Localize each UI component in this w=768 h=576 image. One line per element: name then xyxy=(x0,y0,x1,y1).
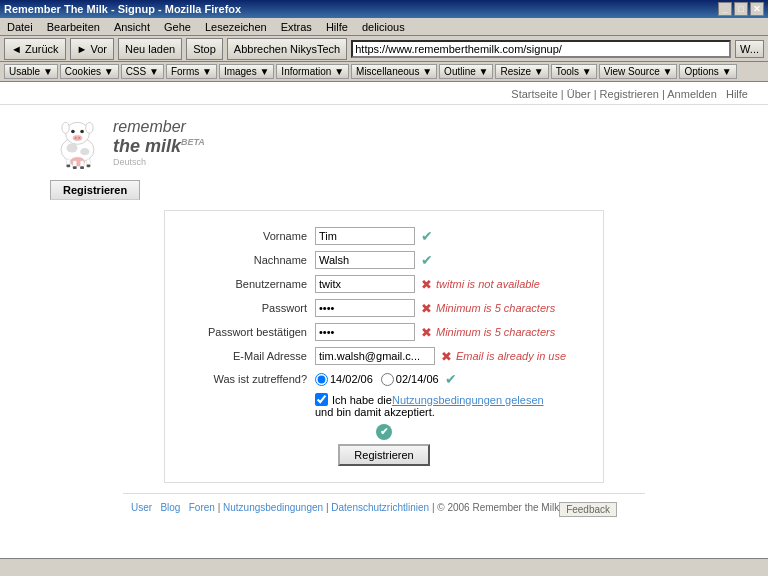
email-input[interactable] xyxy=(315,347,435,365)
window-title: Remember The Milk - Signup - Mozilla Fir… xyxy=(4,3,718,15)
passwort-confirm-status: ✖ Minimum is 5 characters xyxy=(421,325,555,340)
svg-point-10 xyxy=(80,148,89,155)
passwort-confirm-error-icon: ✖ xyxy=(421,325,432,340)
menu-delicious[interactable]: delicious xyxy=(359,20,408,34)
vorname-status: ✔ xyxy=(421,228,433,244)
footer-datenschutz[interactable]: Datenschutzrichtlinien xyxy=(331,502,429,513)
toolbar-resize[interactable]: Resize ▼ xyxy=(495,64,548,79)
main-content: remember the milkBETA Deutsch Registrier… xyxy=(0,105,768,535)
email-error-icon: ✖ xyxy=(441,349,452,364)
passwort-input[interactable] xyxy=(315,299,415,317)
date-format-label: Was ist zutreffend? xyxy=(185,373,315,385)
go-button[interactable]: W... xyxy=(735,40,764,58)
menu-bearbeiten[interactable]: Bearbeiten xyxy=(44,20,103,34)
svg-point-9 xyxy=(67,143,78,152)
footer-user[interactable]: User xyxy=(131,502,152,513)
back-button[interactable]: ◄ Zurück xyxy=(4,38,66,60)
terms-row: Ich habe die Nutzungsbedingungen gelesen… xyxy=(315,393,583,418)
bottom-valid-indicator: ✔ xyxy=(185,424,583,440)
submit-button[interactable]: Registrieren xyxy=(338,444,429,466)
logo-language: Deutsch xyxy=(113,157,205,167)
minimize-button[interactable]: _ xyxy=(718,2,732,16)
maximize-button[interactable]: □ xyxy=(734,2,748,16)
date-format-option1[interactable]: 14/02/06 xyxy=(315,373,373,386)
menu-ansicht[interactable]: Ansicht xyxy=(111,20,153,34)
menu-extras[interactable]: Extras xyxy=(278,20,315,34)
reload-button[interactable]: Neu laden xyxy=(118,38,182,60)
nav-hilfe[interactable]: Hilfe xyxy=(726,88,748,100)
toolbar-options[interactable]: Options ▼ xyxy=(679,64,736,79)
email-row: E-Mail Adresse ✖ Email is already in use xyxy=(185,347,583,365)
footer-copyright: © 2006 Remember the Milk xyxy=(437,502,559,513)
passwort-label: Passwort xyxy=(185,302,315,314)
toolbar-outline[interactable]: Outline ▼ xyxy=(439,64,493,79)
toolbar-css[interactable]: CSS ▼ xyxy=(121,64,164,79)
title-bar: Remember The Milk - Signup - Mozilla Fir… xyxy=(0,0,768,18)
registrieren-tab[interactable]: Registrieren xyxy=(50,180,140,200)
toolbar-viewsource[interactable]: View Source ▼ xyxy=(599,64,678,79)
toolbar-misc[interactable]: Miscellaneous ▼ xyxy=(351,64,437,79)
feedback-button[interactable]: Feedback xyxy=(559,502,617,517)
nav-startseite[interactable]: Startseite xyxy=(511,88,557,100)
passwort-confirm-label: Passwort bestätigen xyxy=(185,326,315,338)
window-controls[interactable]: _ □ ✕ xyxy=(718,2,764,16)
svg-rect-19 xyxy=(87,165,91,168)
svg-point-6 xyxy=(78,137,80,139)
nachname-input[interactable] xyxy=(315,251,415,269)
top-nav: Startseite | Über | Registrieren | Anmel… xyxy=(0,82,768,105)
nachname-row: Nachname ✔ xyxy=(185,251,583,269)
signup-form: Vorname ✔ Nachname ✔ Benutzername xyxy=(164,210,604,483)
nav-anmelden[interactable]: Anmelden xyxy=(667,88,717,100)
benutzername-error-text: twitmi is not available xyxy=(436,278,540,290)
terms-checkbox[interactable] xyxy=(315,393,328,406)
passwort-row: Passwort ✖ Minimum is 5 characters xyxy=(185,299,583,317)
footer-blog[interactable]: Blog xyxy=(160,502,180,513)
terms-text-after: und bin damit akzeptiert. xyxy=(315,406,435,418)
menu-datei[interactable]: Datei xyxy=(4,20,36,34)
vorname-label: Vorname xyxy=(185,230,315,242)
address-input[interactable] xyxy=(351,40,731,58)
svg-rect-17 xyxy=(73,166,77,169)
submit-row: Registrieren xyxy=(185,444,583,466)
terms-link[interactable]: Nutzungsbedingungen gelesen xyxy=(392,394,544,406)
toolbar-information[interactable]: Information ▼ xyxy=(276,64,349,79)
footer-nutzung[interactable]: Nutzungsbedingungen xyxy=(223,502,323,513)
nachname-status: ✔ xyxy=(421,252,433,268)
svg-rect-18 xyxy=(80,166,84,169)
nachname-ok-icon: ✔ xyxy=(421,252,433,268)
benutzername-error-icon: ✖ xyxy=(421,277,432,292)
home-button[interactable]: Abbrechen NikysTech xyxy=(227,38,347,60)
date-format-option2[interactable]: 02/14/06 xyxy=(381,373,439,386)
date-format-radio1[interactable] xyxy=(315,373,328,386)
footer-foren[interactable]: Foren xyxy=(189,502,215,513)
passwort-confirm-input[interactable] xyxy=(315,323,415,341)
svg-point-7 xyxy=(62,122,69,133)
stop-button[interactable]: Stop xyxy=(186,38,223,60)
nav-registrieren[interactable]: Registrieren xyxy=(600,88,659,100)
benutzername-row: Benutzername ✖ twitmi is not available xyxy=(185,275,583,293)
status-bar xyxy=(0,558,768,576)
forward-button[interactable]: ► Vor xyxy=(70,38,114,60)
date-format-radio2[interactable] xyxy=(381,373,394,386)
svg-point-5 xyxy=(75,137,77,139)
menu-gehe[interactable]: Gehe xyxy=(161,20,194,34)
benutzername-input[interactable] xyxy=(315,275,415,293)
toolbar-forms[interactable]: Forms ▼ xyxy=(166,64,217,79)
passwort-status: ✖ Minimum is 5 characters xyxy=(421,301,555,316)
nav-uber[interactable]: Über xyxy=(567,88,591,100)
toolbar-cookies[interactable]: Cookies ▼ xyxy=(60,64,119,79)
valid-circle-icon: ✔ xyxy=(376,424,392,440)
toolbar-images[interactable]: Images ▼ xyxy=(219,64,274,79)
vorname-input[interactable] xyxy=(315,227,415,245)
menu-bar: Datei Bearbeiten Ansicht Gehe Lesezeiche… xyxy=(0,18,768,36)
menu-lesezeichen[interactable]: Lesezeichen xyxy=(202,20,270,34)
nachname-label: Nachname xyxy=(185,254,315,266)
toolbar-usable[interactable]: Usable ▼ xyxy=(4,64,58,79)
toolbar-tools[interactable]: Tools ▼ xyxy=(551,64,597,79)
close-button[interactable]: ✕ xyxy=(750,2,764,16)
logo-line1: remember xyxy=(113,118,205,136)
email-label: E-Mail Adresse xyxy=(185,350,315,362)
menu-hilfe[interactable]: Hilfe xyxy=(323,20,351,34)
passwort-confirm-row: Passwort bestätigen ✖ Minimum is 5 chara… xyxy=(185,323,583,341)
logo-text: remember the milkBETA Deutsch xyxy=(113,118,205,167)
